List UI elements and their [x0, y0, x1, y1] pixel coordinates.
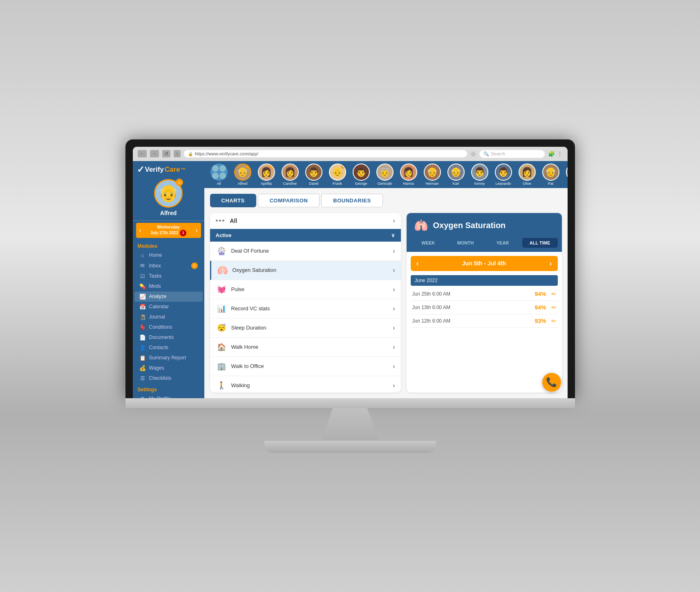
- record-edit-btn-0[interactable]: ✏: [551, 291, 556, 297]
- my-profile-icon: ⚙: [139, 396, 146, 398]
- sidebar-item-documents[interactable]: 📄 Documents: [134, 332, 203, 343]
- sidebar-item-label-documents: Documents: [149, 334, 174, 340]
- sidebar-item-tasks[interactable]: ☑ Tasks: [134, 271, 203, 281]
- record-vc-chevron: ›: [393, 305, 395, 312]
- patient-david[interactable]: 👨 David: [303, 164, 324, 186]
- date-navigator[interactable]: ‹ Wednesday July 27th 2022 1 ›: [136, 223, 201, 238]
- pulse-chevron: ›: [393, 286, 395, 293]
- sidebar-modules-list: ⌂ Home ✉ Inbox 0 ☑ Tasks: [133, 250, 204, 383]
- sidebar-item-summary-report[interactable]: 📋 Summary Report: [134, 353, 203, 363]
- browser-search[interactable]: 🔍 Search: [479, 150, 545, 158]
- sidebar-item-inbox[interactable]: ✉ Inbox 0: [134, 260, 203, 271]
- walking-label: Walking: [231, 382, 389, 388]
- sidebar-item-wages[interactable]: 💰 Wages: [134, 363, 203, 373]
- patient-frank[interactable]: 👴 ⚠ Frank: [327, 164, 348, 186]
- sidebar-item-contacts[interactable]: 👤 Contacts: [134, 343, 203, 353]
- patient-leanardo[interactable]: 👨 Leanardo: [493, 164, 514, 186]
- record-edit-btn-1[interactable]: ✏: [551, 304, 556, 311]
- list-item-pulse[interactable]: 💓 Pulse ›: [210, 280, 401, 299]
- refresh-button[interactable]: ↺: [162, 150, 170, 157]
- sidebar-item-conditions[interactable]: 🫀 Conditions: [134, 322, 203, 332]
- sidebar-item-checklists[interactable]: ☰ Checklists: [134, 373, 203, 383]
- patient-all[interactable]: All: [208, 164, 230, 186]
- patient-hanna[interactable]: 👩 Hanna: [398, 164, 419, 186]
- patient-caroline[interactable]: 👩 Caroline: [280, 164, 301, 186]
- calendar-icon: 📅: [139, 304, 146, 310]
- meds-icon: 💊: [139, 283, 146, 289]
- walk-to-office-label: Walk to Office: [231, 363, 389, 369]
- patient-olive[interactable]: 👩 Olive: [517, 164, 538, 186]
- list-item-walk-to-office[interactable]: 🏢 Walk to Office ›: [210, 357, 401, 376]
- active-section-collapse[interactable]: ∨: [391, 232, 395, 238]
- time-tab-month[interactable]: MONTH: [448, 238, 483, 248]
- time-tab-all-time[interactable]: ALL TIME: [522, 238, 558, 248]
- patient-alfred[interactable]: 👴 ⚠ Alfred: [232, 164, 253, 186]
- sidebar-item-my-profile[interactable]: ⚙ My Profile: [134, 394, 203, 398]
- patient-aprillia[interactable]: 👩 ⚠ Aprillia: [256, 164, 277, 186]
- leanardo-avatar: 👨: [495, 164, 512, 181]
- back-button[interactable]: ←: [138, 150, 147, 157]
- deal-of-fortune-chevron: ›: [393, 247, 395, 255]
- patients-bar: All 👴 ⚠ Alfred 👩 ⚠: [204, 161, 568, 188]
- george-avatar: 👨: [353, 164, 370, 181]
- record-row-1: Jun 13th 6:00 AM 94% ✏: [411, 301, 558, 314]
- tab-charts[interactable]: CHARTS: [210, 194, 256, 207]
- oxygen-saturation-icon: 🫁: [217, 265, 228, 276]
- sidebar-item-calendar[interactable]: 📅 Calendar: [134, 302, 203, 312]
- time-tabs: WEEK MONTH YEAR ALL TIME: [407, 238, 562, 252]
- all-list-item[interactable]: All ›: [210, 213, 401, 229]
- time-tab-year[interactable]: YEAR: [485, 238, 521, 248]
- oxygen-saturation-label: Oxygen Saturation: [233, 267, 389, 273]
- list-item-walking[interactable]: 🚶 Walking ›: [210, 376, 401, 392]
- active-section-header: Active ∨: [210, 229, 401, 242]
- tab-comparison[interactable]: COMPARISON: [258, 194, 320, 207]
- menu-btn[interactable]: ⋮: [557, 150, 563, 157]
- date-range-navigator: ‹ Jun 5th - Jul 4th ›: [411, 256, 558, 271]
- date-range-next-btn[interactable]: ›: [550, 259, 552, 268]
- sidebar-item-meds[interactable]: 💊 Meds: [134, 281, 203, 292]
- url-text: https://www.verifycare.com/app/: [195, 151, 258, 156]
- activity-list-scroll[interactable]: All › Active ∨: [210, 213, 401, 392]
- date-range-text: Jun 5th - Jul 4th: [419, 260, 550, 267]
- sidebar-item-label-wages: Wages: [149, 365, 164, 371]
- pulse-icon: 💓: [216, 284, 227, 295]
- patient-phil[interactable]: 👨 Phil: [564, 164, 568, 186]
- sidebar-item-home[interactable]: ⌂ Home: [134, 250, 203, 260]
- search-placeholder: Search: [491, 151, 505, 156]
- journal-icon: 📓: [139, 314, 146, 320]
- forward-button[interactable]: →: [150, 150, 159, 157]
- tab-boundaries[interactable]: BOUNDARIES: [321, 194, 382, 207]
- herman-avatar: 👴: [424, 164, 441, 181]
- patient-pat[interactable]: 👴 Pat: [540, 164, 561, 186]
- list-item-oxygen-saturation[interactable]: 🫁 Oxygen Saturation ›: [210, 261, 401, 280]
- sidebar-item-label-tasks: Tasks: [149, 273, 162, 279]
- deal-of-fortune-icon: 🎡: [216, 245, 227, 257]
- patient-herman[interactable]: 👴 Herman: [422, 164, 443, 186]
- url-bar[interactable]: 🔒 https://www.verifycare.com/app/: [184, 150, 467, 157]
- sidebar-item-analyze[interactable]: 📈 Analyze: [134, 292, 203, 302]
- extensions-btn[interactable]: 🧩: [548, 150, 555, 157]
- patient-george[interactable]: 👨 George: [351, 164, 372, 186]
- patient-kenny[interactable]: 👨 Kenny: [469, 164, 490, 186]
- detail-header: 🫁 Oxygen Saturation: [407, 213, 562, 238]
- time-tab-week[interactable]: WEEK: [411, 238, 446, 248]
- sleep-duration-chevron: ›: [393, 324, 395, 332]
- date-next-button[interactable]: ›: [196, 227, 198, 233]
- home-button[interactable]: ⌂: [174, 150, 181, 157]
- list-item-deal-of-fortune[interactable]: 🎡 Deal Of Fortune ›: [210, 242, 401, 261]
- tasks-icon: ☑: [139, 273, 146, 279]
- bookmark-icon[interactable]: ☆: [470, 150, 476, 158]
- record-edit-btn-2[interactable]: ✏: [551, 318, 556, 324]
- sidebar-item-label-inbox: Inbox: [149, 263, 161, 269]
- patient-karl[interactable]: 👴 Karl: [445, 164, 467, 186]
- walking-chevron: ›: [393, 382, 395, 389]
- sidebar-item-journal[interactable]: 📓 Journal: [134, 312, 203, 322]
- user-avatar: 👴 ⚠: [154, 179, 183, 208]
- list-item-walk-home[interactable]: 🏠 Walk Home ›: [210, 338, 401, 357]
- list-item-sleep-duration[interactable]: 😴 Sleep Duration ›: [210, 318, 401, 338]
- patient-gertrude[interactable]: 👵 Gertrude: [374, 164, 396, 186]
- sidebar-item-label-home: Home: [149, 252, 162, 258]
- list-item-record-vc-stats[interactable]: 📊 Record VC stats ›: [210, 299, 401, 318]
- date-line1: Wednesday: [141, 224, 196, 230]
- david-avatar: 👨: [305, 164, 322, 181]
